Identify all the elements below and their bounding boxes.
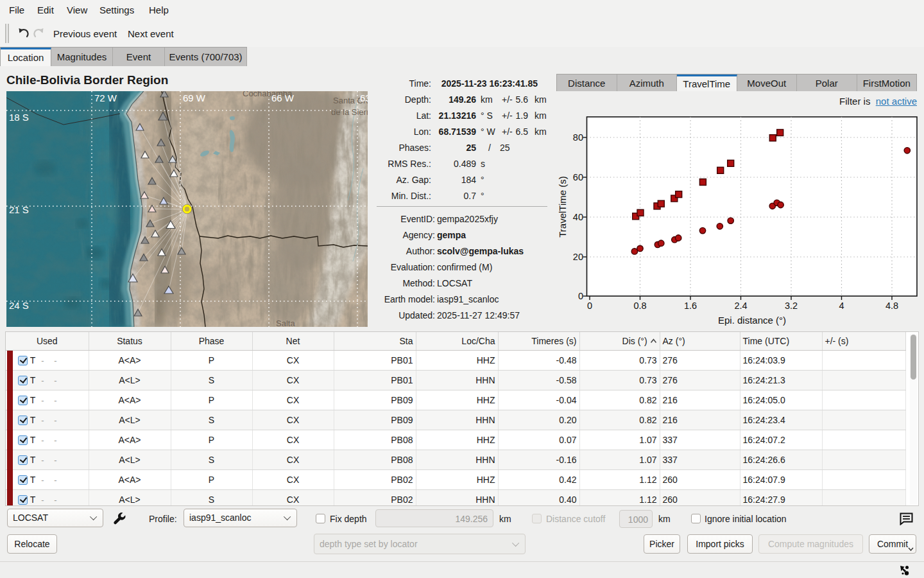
svg-text:1.6: 1.6 bbox=[684, 301, 697, 311]
svg-text:20: 20 bbox=[573, 252, 583, 262]
svg-text:80: 80 bbox=[573, 132, 583, 143]
svg-text:3.2: 3.2 bbox=[785, 301, 798, 311]
svg-text:60: 60 bbox=[573, 172, 583, 182]
svg-text:0: 0 bbox=[587, 301, 592, 311]
svg-text:TravelTime (s): TravelTime (s) bbox=[557, 176, 568, 238]
svg-text:4: 4 bbox=[839, 301, 844, 311]
svg-text:2.4: 2.4 bbox=[734, 301, 747, 311]
svg-text:0.8: 0.8 bbox=[633, 301, 646, 311]
svg-text:40: 40 bbox=[573, 212, 583, 222]
svg-text:4.8: 4.8 bbox=[886, 301, 898, 311]
svg-text:0: 0 bbox=[578, 291, 583, 301]
svg-text:Epi. distance (°): Epi. distance (°) bbox=[718, 315, 786, 326]
